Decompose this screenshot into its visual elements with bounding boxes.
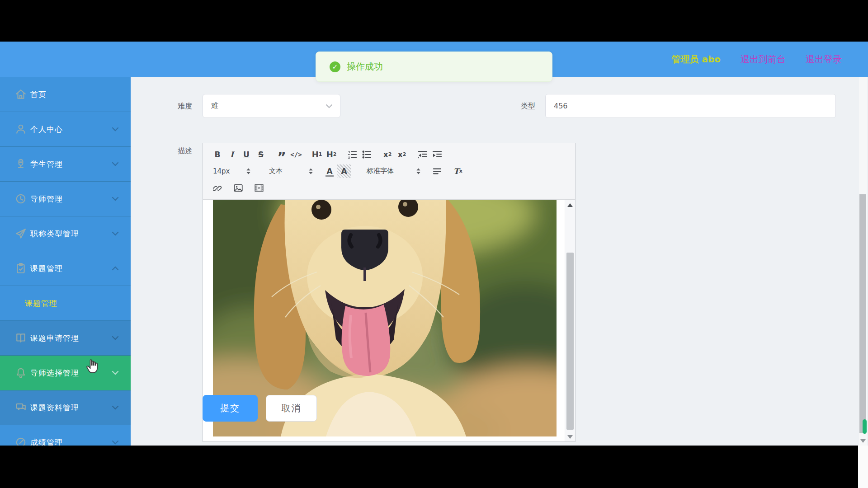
italic-button[interactable]: I [225, 148, 239, 161]
sidebar-item-personal-center[interactable]: 个人中心 [0, 112, 131, 147]
code-block-button[interactable]: </> [289, 148, 303, 161]
bullet-list-button[interactable] [359, 148, 374, 161]
type-label: 类型 [521, 94, 535, 118]
submit-button[interactable]: 提交 [203, 395, 258, 422]
superscript-button[interactable]: x2 [395, 148, 409, 161]
scroll-down-arrow-icon[interactable] [567, 435, 573, 439]
admin-user-label: 管理员 abo [671, 53, 721, 66]
bold-button[interactable]: B [210, 148, 225, 161]
underline-button[interactable]: U [239, 148, 254, 161]
sidebar-item-topic-material-mgmt[interactable]: 课题资料管理 [0, 390, 131, 425]
clipboard-icon [15, 263, 27, 274]
chevron-down-icon [112, 127, 119, 131]
ordered-list-button[interactable] [345, 148, 359, 161]
editor-scrollbar[interactable] [565, 200, 575, 441]
toast-message: 操作成功 [347, 61, 383, 73]
sidebar-subitem-label: 课题管理 [25, 298, 57, 309]
scrollbar-corner [858, 446, 868, 488]
sidebar-item-topic-mgmt-group[interactable]: 课题管理 [0, 251, 131, 286]
updown-icon [308, 168, 313, 175]
page-scrollbar-thumb[interactable] [859, 194, 866, 433]
strikethrough-button[interactable]: S [254, 148, 268, 161]
sidebar-item-label: 成绩管理 [30, 437, 63, 446]
paper-plane-icon [15, 228, 27, 239]
link-icon [213, 183, 222, 192]
chevron-down-icon [112, 440, 119, 445]
sidebar-item-label: 学生管理 [30, 159, 63, 169]
blockquote-button[interactable]: ” [274, 148, 289, 161]
sidebar-item-grade-mgmt[interactable]: 成绩管理 [0, 425, 131, 446]
font-size-picker[interactable]: 14px [210, 164, 254, 178]
indent-button[interactable] [430, 148, 444, 161]
chat-icon [15, 402, 27, 413]
header-right: 管理员 abo 退出到前台 退出登录 [671, 42, 842, 77]
updown-icon [416, 168, 421, 175]
logout-link[interactable]: 退出登录 [806, 53, 842, 66]
top-letterbox [0, 0, 868, 42]
page-scrollbar-accent-thumb[interactable] [863, 419, 867, 434]
outdent-button[interactable] [415, 148, 430, 161]
video-icon [255, 184, 264, 192]
chevron-down-icon [112, 371, 119, 375]
screen: { "header": { "admin_label": "管理员 abo", … [0, 0, 868, 488]
toolbar-row-3 [210, 179, 575, 196]
header-1-button[interactable]: H1 [310, 148, 324, 161]
sidebar-item-title-type-mgmt[interactable]: 职称类型管理 [0, 216, 131, 251]
outdent-icon [418, 150, 428, 159]
sidebar-item-student-mgmt[interactable]: 学生管理 [0, 147, 131, 182]
page-scroll-down-arrow-icon[interactable] [860, 439, 866, 443]
video-button[interactable] [252, 181, 266, 195]
toolbar-row-2: 14px 文本 A A 标准字体 Tx [210, 163, 575, 179]
align-icon [433, 168, 442, 175]
home-icon [15, 89, 27, 100]
sidebar-item-label: 职称类型管理 [30, 229, 79, 239]
check-circle-icon: ✓ [330, 61, 340, 72]
clean-format-button[interactable]: Tx [451, 164, 465, 178]
page-scrollbar[interactable] [859, 77, 867, 446]
chevron-down-icon [112, 336, 119, 340]
sidebar-item-tutor-select-mgmt[interactable]: 导师选择管理 [0, 356, 131, 390]
editor-scrollbar-thumb[interactable] [566, 253, 574, 430]
chevron-up-icon [112, 266, 119, 271]
sidebar-item-topic-apply-mgmt[interactable]: 课题申请管理 [0, 321, 131, 356]
paragraph-picker[interactable]: 文本 [266, 164, 316, 178]
difficulty-value: 难 [211, 101, 326, 111]
align-button[interactable] [430, 164, 444, 178]
student-icon [15, 158, 27, 170]
sidebar-item-label: 课题资料管理 [30, 403, 79, 413]
difficulty-select[interactable]: 难 [203, 94, 340, 118]
chevron-down-icon [112, 405, 119, 410]
sidebar-item-home[interactable]: 首页 [0, 77, 131, 112]
bullet-list-icon [362, 150, 371, 159]
sidebar-item-label: 导师选择管理 [30, 368, 79, 378]
cancel-button[interactable]: 取消 [266, 395, 317, 422]
subscript-button[interactable]: x2 [380, 148, 395, 161]
editor-toolbar: B I U S ” </> H1 H2 x2 x2 [203, 143, 575, 200]
chevron-down-icon [326, 104, 333, 108]
gauge-icon [15, 436, 27, 446]
bell-icon [15, 367, 27, 379]
header-2-button[interactable]: H2 [324, 148, 339, 161]
sidebar-item-tutor-mgmt[interactable]: 导师管理 [0, 182, 131, 216]
editor-content-area[interactable] [203, 200, 575, 441]
background-color-button[interactable]: A [337, 164, 351, 178]
sidebar-subitem-topic-mgmt[interactable]: 课题管理 [0, 286, 131, 321]
updown-icon [246, 168, 251, 175]
chevron-down-icon [112, 231, 119, 236]
link-button[interactable] [210, 181, 225, 195]
toolbar-row-1: B I U S ” </> H1 H2 x2 x2 [210, 146, 575, 163]
sidebar-nav: 首页 个人中心 学生管理 导师管理 职称类型管理 课题管理 课题管理 课题申请管… [0, 77, 131, 446]
book-icon [15, 332, 27, 344]
font-family-picker[interactable]: 标准字体 [364, 164, 424, 178]
difficulty-label: 难度 [178, 94, 192, 118]
exit-to-front-link[interactable]: 退出到前台 [741, 53, 786, 66]
sidebar-item-label: 首页 [30, 89, 47, 100]
image-icon [234, 184, 243, 192]
image-button[interactable] [231, 181, 245, 195]
type-input[interactable] [545, 94, 836, 118]
sidebar-item-label: 课题申请管理 [30, 333, 79, 343]
text-color-button[interactable]: A [322, 164, 337, 178]
main-content: 难度 难 类型 描述 B I U S ” </> H1 H2 [131, 77, 868, 446]
scroll-up-arrow-icon[interactable] [567, 203, 573, 207]
sidebar-item-label: 课题管理 [30, 263, 63, 274]
